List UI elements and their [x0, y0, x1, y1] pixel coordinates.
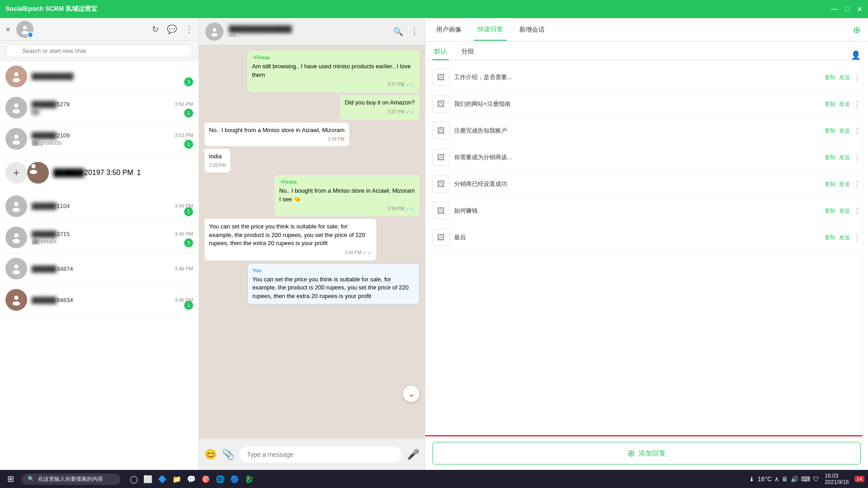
- list-item[interactable]: ██████████ 3: [0, 61, 199, 92]
- close-icon[interactable]: ✕: [5, 26, 11, 33]
- chat-icon[interactable]: 💬: [167, 24, 177, 34]
- task-icon-wechat[interactable]: 💬: [187, 475, 196, 483]
- taskbar-app-icons: ◯ ⬜ 🔷 📁 💬 🎯 🌐 🔵 🐉: [130, 475, 254, 483]
- add-chat-button[interactable]: +: [5, 162, 27, 184]
- user-add-icon[interactable]: 👤: [851, 51, 861, 60]
- message-text: No.. I bought from a Miniso store in Aiz…: [279, 187, 415, 195]
- volume-icon[interactable]: 🔊: [791, 475, 798, 483]
- chat-info: ██████2109 3:53 PM ██ products: [32, 132, 193, 146]
- send-button[interactable]: 发送: [839, 154, 850, 161]
- notification-badge[interactable]: 14: [854, 476, 864, 482]
- message-subtext: I see 🤜: [279, 195, 415, 204]
- chat-name-row: ██████████: [32, 73, 193, 80]
- copy-button[interactable]: 复制: [825, 100, 835, 108]
- list-item[interactable]: ██████1104 3:49 PM 1: [0, 191, 199, 222]
- send-button[interactable]: 发送: [839, 100, 850, 108]
- task-icon-folder[interactable]: 📁: [172, 475, 181, 483]
- task-icon-chrome[interactable]: 🔵: [230, 475, 239, 483]
- tab-newchat[interactable]: 新增会话: [516, 19, 548, 40]
- more-icon[interactable]: ⋮: [854, 207, 861, 215]
- message-time: 3:39 PM: [209, 162, 226, 169]
- copy-button[interactable]: 复制: [825, 234, 835, 242]
- tick-icon: ✓✓: [363, 249, 372, 257]
- chat-name-row: ██████94834 3:46 PM: [32, 297, 193, 303]
- more-icon[interactable]: ⋮: [854, 100, 861, 109]
- copy-button[interactable]: 复制: [825, 154, 835, 161]
- contact-status: onl...: [229, 33, 388, 38]
- add-chat-row: + ██████20197 3:50 PM 1: [0, 155, 199, 191]
- chat-time: 3:53 PM: [175, 133, 193, 138]
- more-icon[interactable]: ⋮: [854, 180, 861, 189]
- list-item[interactable]: ██████3715 3:46 PM ██ details 3: [0, 222, 199, 253]
- more-icon[interactable]: ⋮: [854, 127, 861, 135]
- svg-point-12: [14, 233, 18, 237]
- subtab-default[interactable]: 默认: [432, 44, 449, 60]
- app-title: SocialEpoch SCRM 私域运营宝: [5, 5, 97, 13]
- send-button[interactable]: 发送: [839, 127, 850, 135]
- send-button[interactable]: 发送: [839, 234, 850, 242]
- task-icon-square[interactable]: ⬜: [143, 475, 152, 483]
- task-icon-edge[interactable]: 🌐: [216, 475, 225, 483]
- unread-badge: 1: [184, 109, 193, 118]
- contact-info: ██████████████ onl...: [229, 25, 388, 38]
- send-button[interactable]: 发送: [839, 207, 850, 215]
- add-reply-button[interactable]: ⊕ 添加回复: [432, 442, 861, 464]
- attach-icon[interactable]: 📎: [222, 449, 234, 460]
- more-icon[interactable]: ⋮: [185, 24, 193, 34]
- search-input[interactable]: [5, 44, 193, 57]
- keyboard-icon[interactable]: ⌨: [801, 475, 810, 483]
- more-icon[interactable]: ⋮: [854, 153, 861, 162]
- list-item[interactable]: ██████94834 3:46 PM 1: [0, 284, 199, 316]
- more-options-icon[interactable]: ⋮: [410, 27, 418, 37]
- more-options-icon[interactable]: ⊕: [853, 24, 861, 35]
- network-icon[interactable]: 🖥: [782, 475, 788, 483]
- task-icon-app[interactable]: 🐉: [245, 475, 254, 483]
- scroll-down-button[interactable]: ⌄: [403, 386, 419, 402]
- list-item[interactable]: ██████2109 3:53 PM ██ products 1: [0, 123, 199, 155]
- subtab-group[interactable]: 分组: [460, 44, 476, 60]
- close-button[interactable]: ✕: [857, 5, 863, 14]
- task-icon-game[interactable]: 🎯: [201, 475, 210, 483]
- send-button[interactable]: 发送: [839, 74, 850, 81]
- tab-quickreply[interactable]: 快捷回复: [474, 19, 507, 41]
- task-icon-circle[interactable]: ◯: [130, 475, 138, 483]
- list-item[interactable]: ██████20197 3:50 PM 1: [27, 162, 193, 184]
- refresh-icon[interactable]: ↻: [152, 24, 159, 34]
- start-button[interactable]: ⊞: [4, 472, 18, 486]
- minimize-button[interactable]: —: [830, 5, 838, 14]
- time: 16:03: [825, 473, 849, 479]
- qr-text: 最后: [454, 233, 820, 242]
- copy-button[interactable]: 复制: [825, 180, 835, 188]
- message-input-area: 😊 📎 🎤: [199, 438, 425, 470]
- message-bubble: No.. I bought from a Miniso store in Aiz…: [204, 123, 349, 146]
- tick-icon: ✓✓: [406, 81, 415, 89]
- chat-wrapper: ~Firoza Am still browsing.. I have used …: [199, 45, 425, 438]
- more-icon[interactable]: ⋮: [854, 73, 861, 82]
- qr-text: 工作介绍，是否需要...: [454, 73, 820, 81]
- taskbar-search[interactable]: 🔍 在这里输入你要搜索的内容: [21, 474, 121, 485]
- voice-icon[interactable]: 🎤: [407, 449, 419, 460]
- svg-point-7: [13, 141, 20, 145]
- message-input[interactable]: [240, 446, 402, 463]
- send-button[interactable]: 发送: [839, 180, 850, 188]
- chat-preview: ██ details: [32, 238, 193, 245]
- qr-actions: 复制 发送 ⋮: [825, 180, 861, 189]
- maximize-button[interactable]: □: [845, 5, 849, 14]
- copy-button[interactable]: 复制: [825, 74, 835, 81]
- tab-portrait[interactable]: 用户画像: [432, 19, 465, 40]
- qr-text: 分销商已经设置成功: [454, 180, 820, 188]
- chat-header-icons: 🔍 ⋮: [393, 27, 418, 37]
- tray-up-icon[interactable]: ∧: [774, 475, 779, 483]
- search-icon[interactable]: 🔍: [393, 27, 403, 37]
- more-icon[interactable]: ⋮: [854, 233, 861, 242]
- list-item[interactable]: ██████5278 3:56 PM ██ 1: [0, 92, 199, 123]
- message-sender: ~Firoza: [252, 54, 415, 61]
- contact-name: ██████34874: [32, 265, 73, 272]
- avatar: [5, 66, 27, 87]
- task-icon-blue[interactable]: 🔷: [158, 475, 167, 483]
- copy-button[interactable]: 复制: [825, 207, 835, 215]
- copy-button[interactable]: 复制: [825, 127, 835, 135]
- list-item[interactable]: ██████34874 3:46 PM: [0, 253, 199, 284]
- antivirus-icon[interactable]: 🛡: [813, 475, 819, 483]
- emoji-icon[interactable]: 😊: [204, 449, 217, 460]
